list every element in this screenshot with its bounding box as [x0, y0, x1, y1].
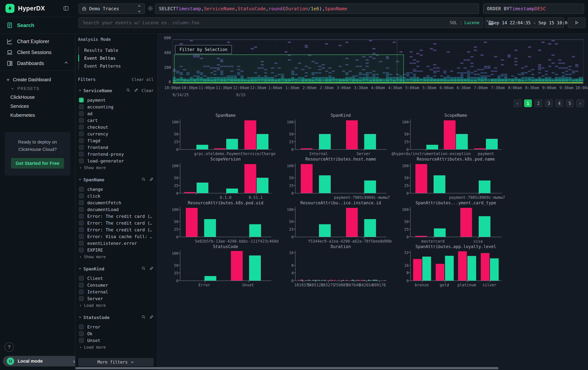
filter-option-checkout[interactable]: checkout — [78, 124, 154, 130]
checkbox[interactable] — [79, 214, 84, 219]
checkbox[interactable] — [79, 220, 84, 225]
lucene-toggle[interactable]: Lucene — [464, 20, 480, 25]
filter-option-internal[interactable]: Internal — [78, 289, 154, 295]
checkbox[interactable] — [79, 324, 84, 329]
search-icon[interactable] — [141, 177, 146, 182]
filter-option-payment[interactable]: ✓payment — [78, 97, 154, 103]
checkbox[interactable] — [79, 145, 84, 150]
checkbox[interactable] — [79, 118, 84, 123]
page-next[interactable]: › — [577, 100, 584, 107]
run-query-button[interactable] — [568, 17, 585, 28]
filter-option-documentfetch[interactable]: documentFetch — [78, 199, 154, 206]
filter-option-accounting[interactable]: accounting — [78, 103, 154, 110]
analysis-mode-event-deltas[interactable]: Event Deltas — [79, 54, 154, 62]
filter-option-ok[interactable]: Ok — [78, 330, 154, 337]
search-icon[interactable] — [126, 88, 131, 93]
filter-option-eventlistener-error[interactable]: eventListener.error — [78, 240, 154, 247]
checkbox[interactable] — [79, 338, 84, 343]
chevron-down-icon[interactable] — [78, 315, 82, 320]
mini-chart-spankind[interactable]: SpanKind02550100InternalServer — [286, 113, 392, 157]
preset-item-services[interactable]: Services — [0, 102, 75, 111]
filter-option-expire[interactable]: EXPIRE — [78, 247, 154, 253]
filter-option-change[interactable]: change — [78, 186, 154, 192]
clear-all-button[interactable]: Clear all — [132, 77, 154, 82]
more-filters-button[interactable]: More filters — [78, 358, 154, 366]
show-more-button[interactable]: ›Load more — [78, 344, 154, 350]
filter-option-documentload[interactable]: documentLoad — [78, 206, 154, 213]
order-by-input[interactable]: ORDER BY Timestamp DESC — [483, 4, 584, 14]
page-3[interactable]: 3 — [545, 100, 553, 107]
checkbox[interactable] — [79, 138, 84, 143]
page-5[interactable]: 5 — [566, 100, 574, 107]
show-more-button[interactable]: ›Load more — [78, 302, 154, 309]
filter-option-flagd[interactable]: flagd — [78, 137, 154, 144]
checkbox-checked[interactable]: ✓ — [79, 98, 84, 102]
pin-icon[interactable] — [149, 177, 154, 182]
chevron-down-icon[interactable] — [78, 177, 82, 182]
sidebar-item-search[interactable]: Search — [0, 17, 75, 34]
checkbox[interactable] — [79, 276, 84, 281]
page-prev[interactable]: ‹ — [514, 100, 521, 107]
get-started-button[interactable]: Get Started for Free — [11, 158, 64, 169]
checkbox[interactable] — [79, 207, 84, 212]
preset-item-kubernetes[interactable]: Kubernetes — [0, 111, 75, 120]
local-mode-menu[interactable]: U Local mode › — [3, 356, 79, 366]
checkbox[interactable] — [79, 227, 84, 232]
mini-chart-host-name[interactable]: ResourceAttributes.host.name02550100paym… — [286, 157, 392, 201]
chevron-up-icon[interactable] — [64, 60, 69, 66]
sidebar-collapse-icon[interactable] — [63, 5, 70, 12]
filter-option-click[interactable]: click — [78, 192, 154, 199]
query-language-toggle[interactable]: SQL | Lucene — [450, 20, 480, 25]
sidebar-item-chart-explorer[interactable]: Chart Explorer — [0, 36, 75, 47]
filter-option-consumer[interactable]: Consumer — [78, 282, 154, 289]
checkbox[interactable] — [79, 200, 84, 205]
clear-group-button[interactable]: Clear — [142, 88, 154, 93]
filter-option-ad[interactable]: ad — [78, 110, 154, 117]
filter-option-server[interactable]: Server — [78, 295, 154, 302]
filter-option-load-generator[interactable]: load-generator — [78, 158, 154, 164]
analysis-mode-event-patterns[interactable]: Event Patterns — [79, 62, 154, 70]
checkbox[interactable] — [79, 283, 84, 288]
filter-option-error[interactable]: Error — [78, 323, 154, 330]
filter-option-frontend[interactable]: frontend — [78, 144, 154, 151]
pin-icon[interactable] — [149, 315, 154, 320]
page-4[interactable]: 4 — [556, 100, 563, 107]
horizontal-scrollbar[interactable] — [75, 367, 498, 369]
filter-option-error-visa-cache-full-[interactable]: Error: Visa cache full: … — [78, 233, 154, 240]
checkbox[interactable] — [79, 104, 84, 109]
mini-chart-scopename[interactable]: ScopeName02550100@hyperdx/instrumentatio… — [401, 113, 507, 157]
checkbox[interactable] — [79, 290, 84, 294]
checkbox[interactable] — [79, 234, 84, 239]
mini-chart-k8s-pod-uid[interactable]: ResourceAttributes.k8s.pod.uid025501005e… — [171, 200, 277, 245]
checkbox[interactable] — [79, 159, 84, 163]
filter-option-frontend-proxy[interactable]: frontend-proxy — [78, 151, 154, 158]
mini-chart-spanname[interactable]: SpanName02550100grpc.oteldemo.PaymentSer… — [171, 113, 277, 157]
show-more-button[interactable]: ›Show more — [78, 164, 154, 171]
page-2[interactable]: 2 — [535, 100, 542, 107]
sidebar-item-client-sessions[interactable]: Client Sessions — [0, 47, 75, 58]
filter-option-cart[interactable]: cart — [78, 117, 154, 124]
sql-toggle[interactable]: SQL — [450, 20, 457, 25]
mini-chart-statuscode[interactable]: StatusCode02550100ErrorUnset — [171, 244, 277, 288]
mini-chart-loyalty-level[interactable]: SpanAttributes.app.loyalty.level081632br… — [401, 244, 507, 288]
analysis-mode-results-table[interactable]: Results Table — [79, 46, 154, 54]
select-query-input[interactable]: SELECT Timestamp, ServiceName, StatusCod… — [155, 4, 479, 14]
mini-chart-k8s-pod-name[interactable]: ResourceAttributes.k8s.pod.name02550100p… — [401, 157, 507, 201]
filter-option-error-the-credit-card-[interactable]: Error: The credit card (… — [78, 213, 154, 220]
source-select[interactable]: Demo Traces — [79, 4, 145, 14]
checkbox[interactable] — [79, 241, 84, 246]
checkbox[interactable] — [79, 296, 84, 301]
page-1[interactable]: 1 — [524, 100, 532, 107]
filter-option-error-the-credit-card-[interactable]: Error: The credit card (… — [78, 226, 154, 233]
gear-icon[interactable] — [147, 5, 154, 12]
presets-toggle[interactable]: PRESETS — [0, 84, 75, 93]
help-button[interactable]: ? — [4, 342, 14, 352]
mini-chart-card-type[interactable]: SpanAttributes...yment.card_type02550100… — [401, 200, 507, 245]
mini-chart-service-instance-id[interactable]: ResourceAttribu..ice.instance.id02550100… — [286, 200, 392, 245]
search-icon[interactable] — [141, 266, 146, 271]
heatmap-selection-box[interactable] — [174, 55, 404, 83]
preset-item-clickhouse[interactable]: ClickHouse — [0, 93, 75, 102]
checkbox[interactable] — [79, 152, 84, 157]
events-heatmap[interactable]: Filter by Selection — [172, 40, 584, 84]
chevron-down-icon[interactable] — [78, 266, 82, 271]
